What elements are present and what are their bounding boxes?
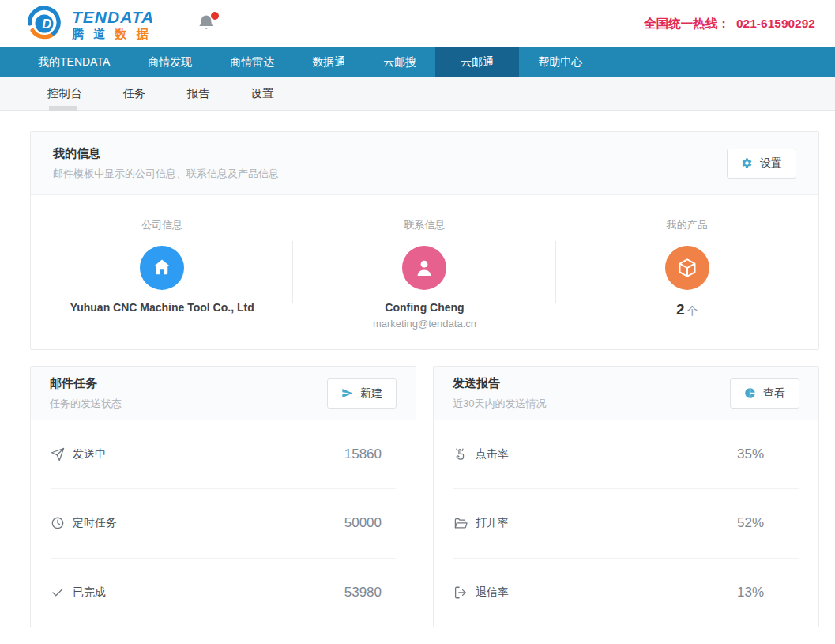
mail-tasks-rows: 发送中 15860 定时任务 50000 [31, 420, 416, 627]
send-report-rows: 点击率 35% 打开率 52% [434, 420, 818, 627]
nav-item-cloud-mail-search[interactable]: 云邮搜 [364, 47, 435, 77]
task-row-label: 已完成 [73, 586, 106, 600]
open-folder-icon [453, 516, 468, 530]
report-row-bounce-rate: 退信率 13% [453, 558, 799, 627]
notifications-button[interactable] [194, 12, 218, 36]
view-report-button-label: 查看 [763, 386, 785, 401]
profile-card-title: 我的信息 [53, 146, 279, 161]
company-info-column: 公司信息 Yuhuan CNC Machine Tool Co., Ltd [31, 195, 293, 349]
nav-item-datatong[interactable]: 数据通 [293, 47, 364, 77]
nav-item-business-discovery[interactable]: 商情发现 [129, 47, 211, 77]
settings-button-label: 设置 [760, 156, 782, 171]
company-icon-circle [140, 246, 184, 290]
main-content: 我的信息 邮件模板中显示的公司信息、联系信息及产品信息 设置 公司信息 Yuhu… [0, 111, 835, 627]
send-report-subtitle: 近30天内的发送情况 [453, 397, 546, 411]
contact-info-label: 联系信息 [293, 218, 555, 232]
task-row-scheduled: 定时任务 50000 [51, 488, 396, 557]
hotline-number: 021-61590292 [736, 17, 815, 30]
brand-logo[interactable]: D TENDATA 腾 道 数 据 [26, 6, 154, 42]
products-label: 我的产品 [556, 218, 818, 232]
brand-cn-orange: 数 据 [115, 27, 151, 40]
subnav-item-reports[interactable]: 报告 [187, 86, 210, 101]
brand-name-chinese: 腾 道 数 据 [72, 28, 154, 40]
header-divider [175, 11, 175, 36]
profile-card: 我的信息 邮件模板中显示的公司信息、联系信息及产品信息 设置 公司信息 Yuhu… [30, 131, 819, 350]
task-row-value: 53980 [344, 585, 382, 601]
task-row-completed: 已完成 53980 [51, 558, 396, 627]
company-name: Yuhuan CNC Machine Tool Co., Ltd [31, 301, 293, 314]
main-nav: 我的TENDATA 商情发现 商情雷达 数据通 云邮搜 云邮通 帮助中心 [0, 47, 835, 77]
tap-icon [453, 447, 468, 461]
products-count: 2 [676, 301, 685, 318]
home-icon [150, 256, 174, 280]
mail-tasks-subtitle: 任务的发送状态 [50, 397, 122, 411]
products-unit: 个 [687, 304, 698, 317]
mail-tasks-titles: 邮件任务 任务的发送状态 [50, 376, 122, 411]
paper-plane-icon [51, 447, 65, 461]
brand-name: TENDATA [72, 9, 154, 25]
view-report-button[interactable]: 查看 [730, 378, 799, 409]
report-row-label: 打开率 [476, 516, 509, 530]
products-column: 我的产品 2个 [556, 195, 818, 349]
send-report-header: 发送报告 近30天内的发送情况 查看 [434, 367, 818, 420]
products-icon-circle [665, 246, 709, 290]
tendata-logo-icon: D [26, 6, 62, 42]
gear-icon [741, 157, 753, 169]
brand-cn-blue: 腾 道 [72, 27, 108, 40]
bottom-cards-row: 邮件任务 任务的发送状态 新建 发送中 [30, 366, 819, 627]
nav-item-cloud-mail[interactable]: 云邮通 [435, 47, 519, 77]
new-task-button-label: 新建 [360, 386, 382, 401]
cube-icon [675, 256, 699, 280]
mail-tasks-header: 邮件任务 任务的发送状态 新建 [31, 367, 416, 420]
hotline-label: 全国统一热线： [644, 17, 730, 30]
hotline: 全国统一热线： 021-61590292 [641, 16, 815, 32]
report-row-open-rate: 打开率 52% [453, 488, 799, 557]
profile-card-body: 公司信息 Yuhuan CNC Machine Tool Co., Ltd 联系… [31, 195, 818, 349]
report-row-value: 52% [737, 515, 764, 531]
clock-icon [51, 516, 65, 530]
task-row-sending: 发送中 15860 [51, 420, 396, 488]
pie-chart-icon [744, 387, 756, 399]
new-task-button[interactable]: 新建 [327, 378, 397, 409]
profile-card-header: 我的信息 邮件模板中显示的公司信息、联系信息及产品信息 设置 [31, 132, 818, 195]
company-info-label: 公司信息 [31, 218, 293, 232]
contact-info-column: 联系信息 Confing Cheng marketing@tendata.cn [293, 195, 555, 349]
products-count-line: 2个 [556, 301, 818, 318]
person-icon [412, 256, 436, 280]
check-icon [51, 586, 65, 600]
send-report-title: 发送报告 [453, 376, 546, 391]
contact-icon-circle [402, 246, 446, 290]
profile-card-titles: 我的信息 邮件模板中显示的公司信息、联系信息及产品信息 [53, 146, 279, 181]
mail-tasks-title: 邮件任务 [50, 376, 122, 391]
contact-email: marketing@tendata.cn [293, 318, 555, 330]
report-row-value: 35% [737, 446, 764, 462]
bounce-icon [453, 586, 468, 600]
report-row-label: 退信率 [476, 586, 509, 600]
top-header: D TENDATA 腾 道 数 据 全国统一热线： 021-61590292 [0, 0, 835, 47]
nav-item-my-tendata[interactable]: 我的TENDATA [19, 47, 129, 77]
task-row-label: 定时任务 [73, 516, 117, 530]
notification-badge [211, 12, 219, 20]
task-row-value: 50000 [344, 515, 382, 531]
subnav-item-settings[interactable]: 设置 [251, 86, 274, 101]
send-report-card: 发送报告 近30天内的发送情况 查看 [433, 366, 819, 627]
nav-item-help-center[interactable]: 帮助中心 [519, 47, 601, 77]
subnav-item-console[interactable]: 控制台 [47, 86, 82, 101]
report-row-label: 点击率 [476, 447, 509, 461]
paper-plane-icon [341, 387, 353, 399]
sub-nav: 控制台 任务 报告 设置 [0, 77, 835, 111]
report-row-click-rate: 点击率 35% [453, 420, 799, 488]
nav-item-business-radar[interactable]: 商情雷达 [211, 47, 293, 77]
contact-name: Confing Cheng [293, 301, 555, 314]
subnav-item-tasks[interactable]: 任务 [123, 86, 146, 101]
send-report-titles: 发送报告 近30天内的发送情况 [453, 376, 546, 411]
brand-text: TENDATA 腾 道 数 据 [72, 9, 154, 40]
mail-tasks-card: 邮件任务 任务的发送状态 新建 发送中 [30, 366, 416, 627]
profile-card-subtitle: 邮件模板中显示的公司信息、联系信息及产品信息 [53, 167, 279, 181]
task-row-label: 发送中 [73, 447, 106, 461]
settings-button[interactable]: 设置 [727, 149, 796, 179]
svg-text:D: D [42, 17, 51, 31]
report-row-value: 13% [737, 585, 764, 601]
task-row-value: 15860 [344, 446, 382, 462]
